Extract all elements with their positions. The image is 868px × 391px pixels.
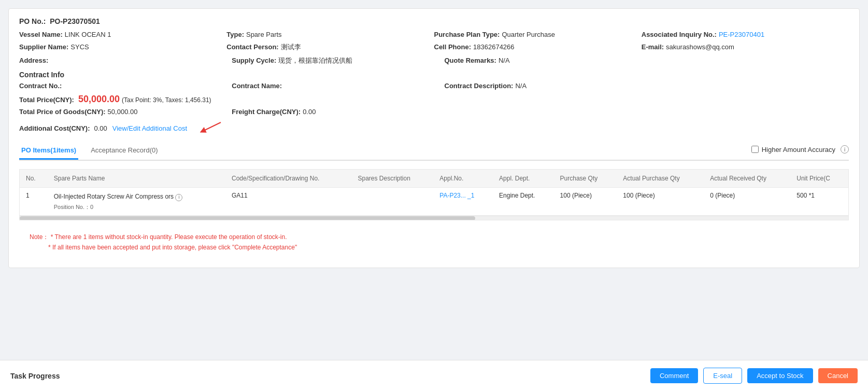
cell-unit-price: 500 *1 xyxy=(790,188,848,216)
cell-phone-group: Cell Phone: 18362674266 xyxy=(434,43,621,51)
additional-cost-row: Additional Cost(CNY): 0.00 View/Edit Add… xyxy=(19,120,849,137)
po-number-row: PO No.: PO-P23070501 xyxy=(19,17,849,25)
cell-purchase-qty: 100 (Piece) xyxy=(554,188,617,216)
footer-buttons: Comment E-seal Accept to Stock Cancel xyxy=(650,368,858,384)
po-value: PO-P23070501 xyxy=(50,17,100,25)
total-price-value: 50,000.00 xyxy=(78,94,120,105)
assoc-inquiry-value[interactable]: PE-P23070401 xyxy=(719,31,764,38)
scrollbar-thumb[interactable] xyxy=(20,216,475,220)
col-purchase-qty: Purchase Qty xyxy=(554,170,617,188)
address-group: Address: xyxy=(19,57,211,64)
taxes-value: 1,456.31 xyxy=(185,96,209,104)
goods-freight-row: Total Price of Goods(CNY): 50,000.00 Fre… xyxy=(19,108,849,116)
note-line-2: * If all items have been accepted and pu… xyxy=(30,244,838,251)
supplier-value: SYCS xyxy=(70,43,89,51)
col-code-spec: Code/Specification/Drawing No. xyxy=(225,170,351,188)
col-actual-purchase-qty: Actual Purchase Qty xyxy=(617,170,704,188)
item-name: Oil-Injected Rotary Screw Air Compress o… xyxy=(54,192,219,201)
cell-actual-received-qty: 0 (Piece) xyxy=(704,188,790,216)
contract-name-label: Contract Name: xyxy=(232,82,282,90)
table-header-row: No. Spare Parts Name Code/Specification/… xyxy=(20,170,848,188)
col-appl-no: Appl.No. xyxy=(433,170,493,188)
vessel-value: LINK OCEAN 1 xyxy=(65,31,111,38)
freight-value: 0.00 xyxy=(303,108,316,116)
total-goods-group: Total Price of Goods(CNY): 50,000.00 xyxy=(19,108,211,116)
contract-row: Contract No.: Contract Name: Contract De… xyxy=(19,82,849,90)
tab-po-items[interactable]: PO Items(1items) xyxy=(19,142,78,160)
higher-amount-group: Higher Amount Accuracy i xyxy=(751,145,849,153)
tax-info: (Tax Point: 3%, Taxes: 1,456.31) xyxy=(122,96,211,104)
vessel-label: Vessel Name: xyxy=(19,31,63,38)
tab-acceptance-record[interactable]: Acceptance Record(0) xyxy=(89,142,160,160)
table-scrollbar[interactable] xyxy=(20,216,848,220)
supply-cycle-value: 现货，根据靠泊情况供船 xyxy=(278,56,352,65)
tax-point-label: Tax Point: xyxy=(124,96,151,104)
comment-button[interactable]: Comment xyxy=(650,368,698,383)
info-card: PO No.: PO-P23070501 Vessel Name: LINK O… xyxy=(8,8,860,268)
cancel-button[interactable]: Cancel xyxy=(818,368,858,383)
purchase-plan-group: Purchase Plan Type: Quarter Purchase xyxy=(434,31,621,38)
assoc-inquiry-label: Associated Inquiry No.: xyxy=(642,31,717,38)
contact-group: Contact Person: 测试李 xyxy=(226,43,413,52)
contract-desc-group: Contract Description: N/A xyxy=(445,82,829,90)
notes-section: Note： * There are 1 items without stock-… xyxy=(19,227,849,259)
note-line-1: Note： * There are 1 items without stock-… xyxy=(30,233,838,242)
info-row-1: Vessel Name: LINK OCEAN 1 Type: Spare Pa… xyxy=(19,31,849,38)
appl-no-link[interactable]: PA-P23... _1 xyxy=(439,192,474,199)
contract-info-title: Contract Info xyxy=(19,71,849,79)
note-text-2: * If all items have been accepted and pu… xyxy=(48,244,297,251)
col-spare-parts-name: Spare Parts Name xyxy=(48,170,225,188)
eseal-button[interactable]: E-seal xyxy=(703,368,742,384)
purchase-plan-value: Quarter Purchase xyxy=(502,31,555,38)
main-content: PO No.: PO-P23070501 Vessel Name: LINK O… xyxy=(0,0,868,360)
task-progress-title: Task Progress xyxy=(10,372,60,380)
tabs-right: Higher Amount Accuracy i xyxy=(751,145,849,157)
position-no: Position No.：0 xyxy=(54,203,219,211)
contract-desc-value: N/A xyxy=(515,82,527,90)
items-table-wrapper: No. Spare Parts Name Code/Specification/… xyxy=(19,169,849,220)
info-row-2: Supplier Name: SYCS Contact Person: 测试李 … xyxy=(19,43,849,52)
supplier-label: Supplier Name: xyxy=(19,43,68,51)
purchase-plan-label: Purchase Plan Type: xyxy=(434,31,500,38)
cell-phone-label: Cell Phone: xyxy=(434,43,472,51)
note-text-1: * There are 1 items without stock-in qua… xyxy=(51,233,287,241)
contract-no-group: Contract No.: xyxy=(19,82,211,90)
additional-cost-value: 0.00 xyxy=(94,124,107,132)
type-value: Spare Parts xyxy=(246,31,282,38)
page-container: PO No.: PO-P23070501 Vessel Name: LINK O… xyxy=(0,0,868,391)
col-appl-dept: Appl. Dept. xyxy=(493,170,554,188)
type-group: Type: Spare Parts xyxy=(226,31,413,38)
additional-cost-label: Additional Cost(CNY): xyxy=(19,124,90,132)
supplier-group: Supplier Name: SYCS xyxy=(19,43,206,51)
email-group: E-mail: sakurashows@qq.com xyxy=(642,43,828,51)
footer-bar: Task Progress Comment E-seal Accept to S… xyxy=(0,360,868,391)
address-label: Address: xyxy=(19,57,48,64)
po-label: PO No.: xyxy=(19,17,46,25)
cell-code: GA11 xyxy=(225,188,351,216)
assoc-inquiry-group: Associated Inquiry No.: PE-P23070401 xyxy=(642,31,828,38)
cell-no: 1 xyxy=(20,188,48,216)
quote-remarks-group: Quote Remarks: N/A xyxy=(445,57,829,64)
supply-cycle-group: Supply Cycle: 现货，根据靠泊情况供船 xyxy=(232,56,423,65)
view-edit-additional-cost-link[interactable]: View/Edit Additional Cost xyxy=(112,124,187,132)
freight-group: Freight Charge(CNY): 0.00 xyxy=(232,108,423,116)
col-unit-price: Unit Price(C xyxy=(790,170,848,188)
cell-description xyxy=(351,188,433,216)
taxes-label: Taxes: xyxy=(165,96,183,104)
quote-remarks-value: N/A xyxy=(499,57,510,64)
total-goods-value: 50,000.00 xyxy=(108,108,138,116)
note-prefix: Note： xyxy=(30,233,49,241)
total-goods-label: Total Price of Goods(CNY): xyxy=(19,108,106,116)
items-table: No. Spare Parts Name Code/Specification/… xyxy=(20,170,848,216)
accept-to-stock-button[interactable]: Accept to Stock xyxy=(747,368,813,383)
higher-amount-info-icon[interactable]: i xyxy=(841,145,849,153)
email-label: E-mail: xyxy=(642,43,664,51)
col-spares-desc: Spares Description xyxy=(351,170,433,188)
table-row: 1 Oil-Injected Rotary Screw Air Compress… xyxy=(20,188,848,216)
item-info-icon[interactable]: i xyxy=(175,194,182,201)
tax-point-value: 3% xyxy=(153,96,162,104)
col-actual-received-qty: Actual Received Qty xyxy=(704,170,790,188)
total-price-label: Total Price(CNY): xyxy=(19,96,74,104)
higher-amount-checkbox[interactable] xyxy=(751,146,759,153)
col-no: No. xyxy=(20,170,48,188)
